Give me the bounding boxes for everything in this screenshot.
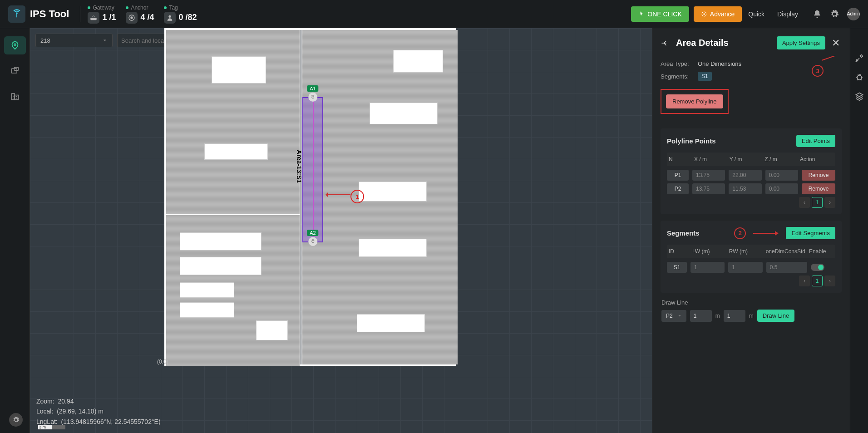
svg-point-5	[14, 44, 16, 45]
tools-icon[interactable]	[855, 54, 864, 63]
draw-point-select[interactable]: P2	[661, 310, 686, 322]
point-y[interactable]: 22.00	[729, 170, 761, 181]
draw-value-1[interactable]	[690, 310, 712, 322]
svg-point-11	[312, 96, 314, 98]
status-tag: Tag 0 /82	[164, 5, 197, 24]
scale-bar: 3 m	[38, 425, 65, 429]
sidebar-map[interactable]	[4, 36, 26, 54]
layers-icon[interactable]	[855, 92, 864, 101]
divider	[80, 6, 80, 22]
area-details-panel: Area Details Apply Settings ✕ 3 Area Typ…	[652, 28, 850, 433]
pager-next[interactable]: ›	[824, 276, 835, 286]
quick-link[interactable]: Quick	[742, 10, 771, 18]
tag-label: Tag	[169, 5, 178, 11]
pager-page[interactable]: 1	[812, 276, 823, 286]
edit-segments-button[interactable]: Edit Segments	[786, 227, 835, 239]
callout-3: 3	[812, 65, 824, 77]
polyline-title: Polyline Points	[667, 137, 716, 145]
bell-icon[interactable]	[813, 10, 822, 19]
point-z[interactable]: 0.00	[765, 170, 798, 181]
segment-std[interactable]: 0.5	[766, 262, 807, 273]
segment-rw[interactable]: 1	[728, 262, 762, 273]
point-x[interactable]: 13.75	[692, 170, 725, 181]
draw-value-2[interactable]	[724, 310, 745, 322]
status-gateway: Gateway 1 /1	[88, 5, 116, 24]
callout-1: 1	[350, 190, 364, 203]
settings-fab[interactable]	[9, 413, 23, 427]
remove-point-button[interactable]: Remove	[802, 170, 835, 181]
close-icon[interactable]: ✕	[830, 37, 842, 49]
sidebar-devices[interactable]	[4, 62, 26, 80]
segment-id: S1	[667, 262, 687, 273]
table-row: S1 1 1 0.5	[667, 262, 835, 273]
remove-polyline-highlight: Remove Polyline	[661, 89, 729, 114]
user-avatar[interactable]: Admin	[847, 8, 860, 20]
callout-2: 2	[734, 227, 746, 239]
status-group: Gateway 1 /1 Anchor 4 /4 Tag 0 /82	[88, 5, 197, 24]
display-link[interactable]: Display	[771, 10, 804, 18]
panel-title: Area Details	[676, 38, 777, 48]
app-header: IPS Tool Gateway 1 /1 Anchor 4 /4 Tag 0 …	[0, 0, 868, 28]
anchor-a1[interactable]: A1	[307, 85, 318, 102]
table-row: P1 13.75 22.00 0.00 Remove	[667, 170, 835, 181]
remove-polyline-button[interactable]: Remove Polyline	[666, 94, 723, 108]
advance-button[interactable]: Advance	[694, 6, 742, 22]
chevron-down-icon	[677, 314, 682, 318]
segments-table-head: ID LW (m) RW (m) oneDimConsStd Enable	[667, 245, 835, 258]
pager-page[interactable]: 1	[812, 197, 823, 208]
area-label: Area-13:S1	[296, 150, 303, 183]
back-icon[interactable]	[661, 39, 670, 48]
edit-points-button[interactable]: Edit Points	[796, 135, 835, 147]
pager-prev[interactable]: ‹	[799, 197, 810, 208]
segment-lw[interactable]: 1	[690, 262, 725, 273]
bug-icon[interactable]	[855, 73, 864, 82]
segment-enable-toggle[interactable]	[811, 264, 824, 271]
app-logo	[8, 5, 25, 23]
table-row: P2 13.75 11.53 0.00 Remove	[667, 183, 835, 194]
svg-point-3	[131, 17, 133, 19]
map-canvas[interactable]: 218 A1 A2 Ar	[30, 28, 652, 433]
tag-value: 0 /82	[178, 13, 197, 22]
svg-rect-7	[14, 68, 18, 71]
tag-icon	[164, 12, 176, 24]
anchor-value: 4 /4	[140, 13, 154, 22]
floorplan: A1 A2 Area-13:S1	[164, 28, 456, 366]
svg-rect-1	[91, 18, 97, 20]
gateway-value: 1 /1	[102, 13, 116, 22]
area-type-value: One Dimensions	[698, 60, 741, 67]
pager-next[interactable]: ›	[824, 197, 835, 208]
polyline-table-head: N X / m Y / m Z / m Action	[667, 153, 835, 166]
callout-2-arrow	[752, 231, 779, 236]
anchor-a2[interactable]: A2	[307, 230, 318, 246]
point-x[interactable]: 13.75	[692, 183, 725, 194]
svg-rect-9	[15, 95, 18, 100]
polyline-points-section: Polyline Points Edit Points N X / m Y / …	[661, 128, 842, 214]
sidebar-left	[0, 28, 30, 433]
gear-icon[interactable]	[830, 10, 839, 19]
apply-settings-button[interactable]: Apply Settings	[777, 36, 825, 49]
region-select[interactable]: 218	[35, 34, 113, 47]
draw-line-title: Draw Line	[661, 299, 841, 306]
segments-section: Segments 2 Edit Segments ID LW (m) RW (m…	[661, 221, 842, 293]
remove-point-button[interactable]: Remove	[802, 183, 835, 194]
svg-point-12	[312, 241, 314, 243]
one-click-button[interactable]: ONE CLICK	[631, 6, 689, 22]
draw-line-button[interactable]: Draw Line	[757, 310, 795, 322]
segments-title: Segments	[667, 229, 700, 237]
pager-prev[interactable]: ‹	[799, 276, 810, 286]
map-info-overlay: Zoom: 20.94 Local: (29.69, 14.10) m LngL…	[36, 396, 161, 427]
point-z[interactable]: 0.00	[765, 183, 798, 194]
status-anchor: Anchor 4 /4	[126, 5, 154, 24]
sidebar-building[interactable]	[4, 87, 26, 105]
point-y[interactable]: 11.53	[729, 183, 761, 194]
area-polyline[interactable]: A1 A2	[302, 97, 323, 242]
chevron-down-icon	[102, 38, 108, 43]
segment-chip[interactable]: S1	[698, 72, 712, 81]
callout-1-arrow	[327, 194, 350, 195]
gateway-label: Gateway	[93, 5, 114, 11]
anchor-label: Anchor	[131, 5, 148, 11]
svg-point-0	[16, 13, 17, 14]
svg-point-4	[703, 13, 705, 15]
app-title: IPS Tool	[30, 8, 69, 20]
point-id: P1	[667, 170, 689, 181]
